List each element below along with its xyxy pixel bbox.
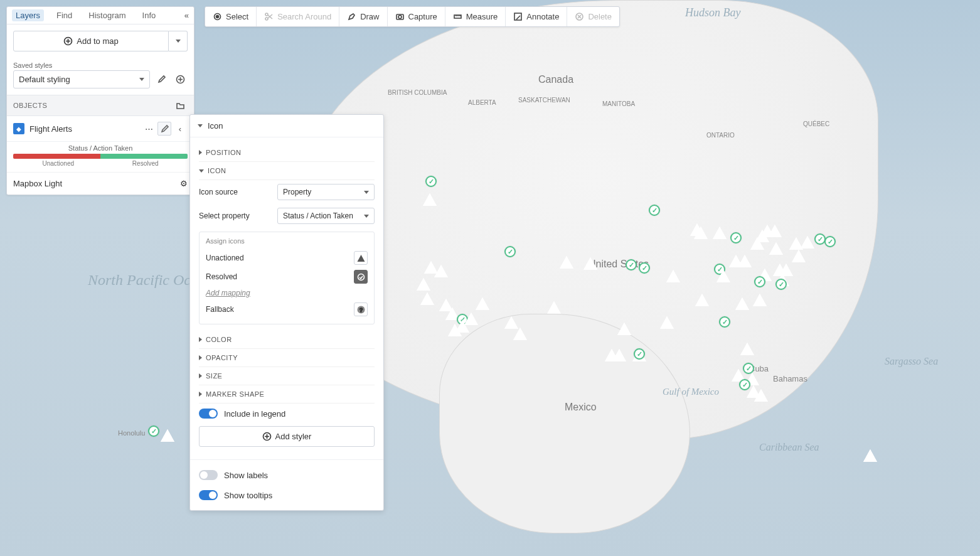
marker-unactioned[interactable] — [865, 451, 878, 464]
marker-resolved[interactable]: ✓ — [425, 176, 439, 190]
basemap-settings-icon[interactable]: ⚙ — [180, 179, 188, 188]
toolbar-delete[interactable]: Delete — [567, 7, 619, 26]
add-to-map-dropdown[interactable] — [169, 31, 188, 51]
fallback-icon-picker[interactable]: ? — [354, 302, 368, 316]
marker-unactioned[interactable] — [548, 302, 562, 316]
toolbar-search-around-label: Search Around — [277, 12, 331, 21]
marker-unactioned[interactable] — [793, 251, 807, 265]
saved-styles-value: Default styling — [19, 75, 70, 84]
marker-unactioned[interactable] — [737, 299, 750, 313]
marker-unactioned[interactable] — [714, 228, 728, 242]
edit-style-button[interactable] — [154, 72, 169, 87]
marker-unactioned[interactable] — [668, 271, 681, 285]
marker-resolved[interactable]: ✓ — [719, 316, 733, 330]
marker-resolved[interactable]: ✓ — [649, 205, 663, 218]
toolbar-measure[interactable]: Measure — [445, 7, 506, 26]
marker-unactioned[interactable] — [696, 295, 710, 309]
marker-resolved[interactable]: ✓ — [775, 279, 789, 292]
marker-unactioned[interactable] — [742, 344, 755, 358]
marker-resolved[interactable]: ✓ — [148, 425, 162, 439]
add-styler-button[interactable]: Add styler — [199, 426, 375, 447]
toolbar-draw[interactable]: Draw — [339, 7, 387, 26]
marker-unactioned[interactable] — [477, 299, 491, 313]
pencil-icon — [160, 124, 169, 134]
marker-unactioned[interactable] — [585, 259, 599, 272]
marker-unactioned[interactable] — [561, 257, 575, 271]
layer-legend: Status / Action Taken Unactioned Resolve… — [7, 142, 194, 172]
style-editor-popover: Icon POSITION ICON Icon source Property … — [189, 114, 384, 511]
accordion-size[interactable]: SIZE — [199, 367, 375, 385]
folder-icon[interactable] — [173, 98, 188, 113]
marker-unactioned[interactable] — [695, 228, 709, 242]
marker-unactioned[interactable] — [614, 350, 627, 364]
ruler-icon — [453, 12, 462, 21]
layer-collapse-icon[interactable]: ‹ — [173, 121, 188, 136]
map-toolbar: Select Search Around Draw Capture Measur… — [205, 6, 620, 27]
layer-style-button[interactable] — [157, 122, 171, 136]
marker-unactioned[interactable] — [718, 271, 732, 285]
toolbar-search-around[interactable]: Search Around — [257, 7, 339, 26]
show-labels-toggle[interactable] — [199, 470, 218, 480]
marker-unactioned[interactable] — [619, 324, 632, 338]
marker-unactioned[interactable] — [769, 226, 783, 240]
add-mapping-link[interactable]: Add mapping — [206, 289, 250, 297]
marker-unactioned[interactable] — [449, 325, 463, 339]
assign-resolved-icon-picker[interactable] — [354, 270, 368, 284]
accordion-icon-label: ICON — [208, 167, 226, 174]
marker-unactioned[interactable] — [162, 430, 176, 444]
marker-unactioned[interactable] — [424, 195, 438, 208]
marker-resolved[interactable]: ✓ — [824, 236, 838, 250]
layer-flight-alerts[interactable]: ◆ Flight Alerts ⋯ ‹ — [7, 116, 194, 142]
layer-more-icon[interactable]: ⋯ — [141, 121, 156, 136]
collapse-panel-icon[interactable]: « — [184, 11, 189, 20]
camera-icon — [395, 12, 405, 21]
tab-layers[interactable]: Layers — [12, 9, 44, 21]
warning-triangle-icon — [356, 254, 366, 263]
marker-resolved[interactable]: ✓ — [730, 232, 744, 246]
marker-unactioned[interactable] — [422, 294, 435, 307]
marker-resolved[interactable]: ✓ — [754, 276, 768, 290]
svg-rect-7 — [514, 13, 521, 20]
tab-find[interactable]: Find — [53, 9, 76, 21]
marker-resolved[interactable]: ✓ — [634, 348, 647, 362]
icon-source-select[interactable]: Property — [277, 184, 375, 200]
marker-resolved[interactable]: ✓ — [626, 259, 639, 273]
accordion-icon[interactable]: ICON — [199, 162, 375, 180]
add-to-map-button[interactable]: Add to map — [13, 31, 169, 51]
marker-unactioned[interactable] — [514, 329, 528, 343]
icon-source-value: Property — [283, 188, 311, 196]
icon-source-label: Icon source — [199, 188, 238, 196]
marker-resolved[interactable]: ✓ — [504, 246, 518, 260]
show-tooltips-toggle[interactable] — [199, 490, 218, 500]
accordion-color[interactable]: COLOR — [199, 331, 375, 349]
marker-unactioned[interactable] — [435, 266, 449, 280]
marker-unactioned[interactable] — [755, 390, 769, 404]
popover-header[interactable]: Icon — [190, 115, 383, 137]
marker-unactioned[interactable] — [770, 243, 784, 257]
marker-unactioned[interactable] — [754, 295, 768, 309]
add-style-button[interactable] — [173, 72, 188, 87]
accordion-marker-shape[interactable]: MARKER SHAPE — [199, 385, 375, 404]
toolbar-select[interactable]: Select — [205, 7, 257, 26]
marker-unactioned[interactable] — [739, 256, 753, 270]
select-property-select[interactable]: Status / Action Taken — [277, 208, 375, 224]
tab-info[interactable]: Info — [139, 9, 160, 21]
accordion-opacity[interactable]: OPACITY — [199, 349, 375, 367]
tab-histogram[interactable]: Histogram — [85, 9, 129, 21]
marker-resolved[interactable]: ✓ — [639, 262, 652, 276]
check-circle-icon — [356, 272, 366, 282]
select-property-label: Select property — [199, 211, 250, 220]
toolbar-annotate[interactable]: Annotate — [506, 7, 567, 26]
include-in-legend-toggle[interactable] — [199, 409, 218, 419]
marker-unactioned[interactable] — [802, 237, 816, 251]
svg-point-5 — [398, 16, 402, 19]
saved-styles-select[interactable]: Default styling — [13, 70, 150, 88]
accordion-size-label: SIZE — [206, 372, 222, 380]
accordion-position[interactable]: POSITION — [199, 144, 375, 162]
basemap-row[interactable]: Mapbox Light ⚙ — [7, 172, 194, 195]
chevron-right-icon — [199, 392, 202, 397]
marker-unactioned[interactable] — [418, 279, 432, 293]
assign-unactioned-icon-picker[interactable] — [354, 251, 368, 265]
marker-unactioned[interactable] — [661, 318, 675, 331]
toolbar-capture[interactable]: Capture — [388, 7, 445, 26]
